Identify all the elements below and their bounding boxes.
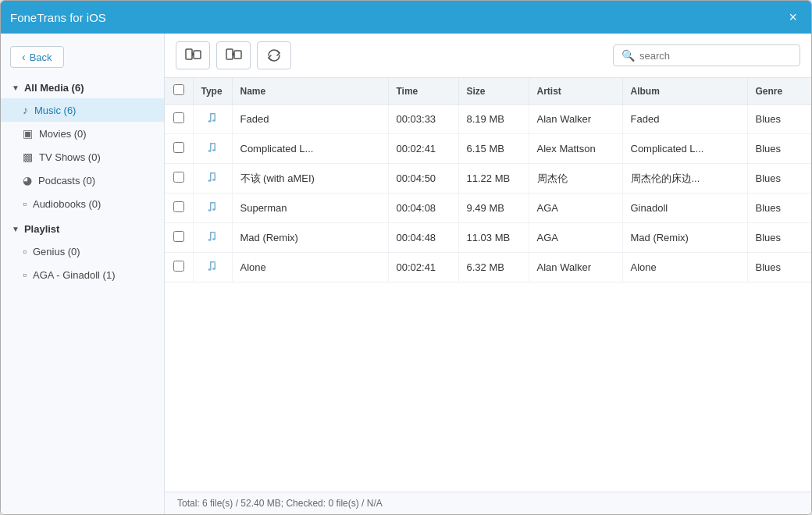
sidebar-item-podcasts[interactable]: ◕ Podcasts (0) xyxy=(1,169,164,192)
svg-point-9 xyxy=(208,120,212,123)
svg-point-25 xyxy=(212,208,215,211)
row-artist-2: 周杰伦 xyxy=(529,164,622,194)
time-header: Time xyxy=(388,78,458,105)
all-media-header[interactable]: ▼ All Media (6) xyxy=(1,77,164,98)
sidebar-item-aga-ginadoll[interactable]: ▫ AGA - Ginadoll (1) xyxy=(1,263,164,286)
row-checkbox-cell[interactable] xyxy=(165,253,193,282)
genre-header: Genre xyxy=(747,78,811,105)
app-window: FoneTrans for iOS × ‹ Back ▼ All Media (… xyxy=(0,0,812,515)
pc-to-device-button[interactable] xyxy=(216,41,251,69)
music-icon: ♪ xyxy=(23,104,28,116)
aga-ginadoll-icon: ▫ xyxy=(23,268,27,281)
table-header-row: Type Name Time Size Artist Album Genre T… xyxy=(165,78,811,105)
row-checkbox-cell[interactable] xyxy=(165,223,193,253)
search-input[interactable] xyxy=(639,50,792,62)
svg-rect-4 xyxy=(234,51,241,59)
svg-point-29 xyxy=(208,239,212,241)
status-bar: Total: 6 file(s) / 52.40 MB; Checked: 0 … xyxy=(165,492,811,514)
refresh-button[interactable] xyxy=(257,41,291,69)
table-row: 不该 (with aMEI) 00:04:50 11.22 MB 周杰伦 周杰伦… xyxy=(165,164,811,194)
svg-rect-22 xyxy=(210,202,212,210)
music-note-icon xyxy=(206,141,219,154)
svg-rect-17 xyxy=(210,172,212,180)
row-checkbox-cell[interactable] xyxy=(165,105,193,134)
row-name-4: Mad (Remix) xyxy=(232,223,388,253)
all-media-section: ▼ All Media (6) ♪ Music (6) ▣ Movies (0)… xyxy=(1,77,164,215)
row-time-1: 00:02:41 xyxy=(388,134,458,164)
row-artist-4: AGA xyxy=(529,223,622,253)
sidebar-item-music-label: Music (6) xyxy=(34,105,76,116)
music-table: Type Name Time Size Artist Album Genre T… xyxy=(165,78,811,282)
sidebar-item-aga-ginadoll-label: AGA - Ginadoll (1) xyxy=(33,269,116,281)
music-note-icon xyxy=(206,201,219,213)
toolbar: 🔍 xyxy=(165,34,811,78)
row-time-4: 00:04:48 xyxy=(388,223,458,253)
app-title: FoneTrans for iOS xyxy=(10,11,106,24)
row-name-3: Superman xyxy=(232,194,388,223)
svg-rect-7 xyxy=(210,113,212,121)
row-genre-3: Blues xyxy=(747,194,811,223)
svg-rect-27 xyxy=(210,232,212,240)
playlist-label: Playlist xyxy=(24,223,60,235)
row-genre-2: Blues xyxy=(747,164,811,194)
playlist-arrow-icon: ▼ xyxy=(12,225,20,233)
row-type-5 xyxy=(193,253,232,282)
row-checkbox-cell[interactable] xyxy=(165,134,193,164)
row-type-3 xyxy=(193,194,232,223)
refresh-icon xyxy=(266,48,282,63)
svg-rect-3 xyxy=(226,49,233,59)
table-wrapper: Type Name Time Size Artist Album Genre T… xyxy=(165,78,811,492)
back-arrow-icon: ‹ xyxy=(22,51,26,63)
row-genre-0: Blues xyxy=(747,105,811,134)
svg-point-10 xyxy=(212,119,215,122)
svg-point-14 xyxy=(208,150,212,152)
svg-rect-32 xyxy=(210,261,212,269)
svg-rect-12 xyxy=(210,143,212,151)
device-to-pc-button[interactable] xyxy=(176,41,210,69)
row-size-3: 9.49 MB xyxy=(458,194,529,223)
back-section: ‹ Back xyxy=(10,46,155,68)
select-all-header[interactable] xyxy=(165,78,193,105)
row-checkbox-1[interactable] xyxy=(173,142,184,153)
table-row: Mad (Remix) 00:04:48 11.03 MB AGA Mad (R… xyxy=(165,223,811,253)
sidebar-item-music[interactable]: ♪ Music (6) xyxy=(1,98,164,122)
row-time-3: 00:04:08 xyxy=(388,194,458,223)
row-checkbox-0[interactable] xyxy=(173,112,184,123)
sidebar-item-genius[interactable]: ▫ Genius (0) xyxy=(1,240,164,263)
close-button[interactable]: × xyxy=(784,7,802,27)
table-body: Faded 00:03:33 8.19 MB Alan Walker Faded… xyxy=(165,105,811,282)
sidebar-item-podcasts-label: Podcasts (0) xyxy=(38,175,95,186)
sidebar-item-audiobooks[interactable]: ▫ Audiobooks (0) xyxy=(1,192,164,215)
row-genre-5: Blues xyxy=(747,253,811,282)
svg-point-20 xyxy=(212,179,215,181)
sidebar-item-genius-label: Genius (0) xyxy=(33,246,80,258)
row-checkbox-4[interactable] xyxy=(173,231,184,242)
row-size-1: 6.15 MB xyxy=(458,134,529,164)
row-checkbox-5[interactable] xyxy=(173,261,184,272)
row-checkbox-2[interactable] xyxy=(173,172,184,183)
row-genre-1: Blues xyxy=(747,134,811,164)
playlist-section: ▼ Playlist ▫ Genius (0) ▫ AGA - Ginadoll… xyxy=(1,218,164,286)
row-time-0: 00:03:33 xyxy=(388,105,458,134)
svg-point-30 xyxy=(212,238,215,240)
table-row: Complicated L... 00:02:41 6.15 MB Alex M… xyxy=(165,134,811,164)
sidebar-item-movies[interactable]: ▣ Movies (0) xyxy=(1,122,164,145)
sidebar-item-tvshows[interactable]: ▩ TV Shows (0) xyxy=(1,145,164,169)
row-checkbox-cell[interactable] xyxy=(165,164,193,194)
device-to-pc-icon xyxy=(184,47,201,64)
row-artist-0: Alan Walker xyxy=(529,105,622,134)
content-area: ‹ Back ▼ All Media (6) ♪ Music (6) ▣ Mov… xyxy=(1,34,811,514)
row-name-1: Complicated L... xyxy=(232,134,388,164)
music-note-icon xyxy=(206,230,219,243)
row-genre-4: Blues xyxy=(747,223,811,253)
row-checkbox-cell[interactable] xyxy=(165,194,193,223)
row-artist-1: Alex Mattson xyxy=(529,134,622,164)
row-artist-3: AGA xyxy=(529,194,622,223)
select-all-checkbox[interactable] xyxy=(173,84,184,95)
back-button[interactable]: ‹ Back xyxy=(10,46,64,68)
row-checkbox-3[interactable] xyxy=(173,201,184,212)
playlist-header[interactable]: ▼ Playlist xyxy=(1,218,164,240)
sidebar-item-movies-label: Movies (0) xyxy=(39,128,87,140)
search-box: 🔍 xyxy=(613,44,800,66)
table-row: Superman 00:04:08 9.49 MB AGA Ginadoll B… xyxy=(165,194,811,223)
